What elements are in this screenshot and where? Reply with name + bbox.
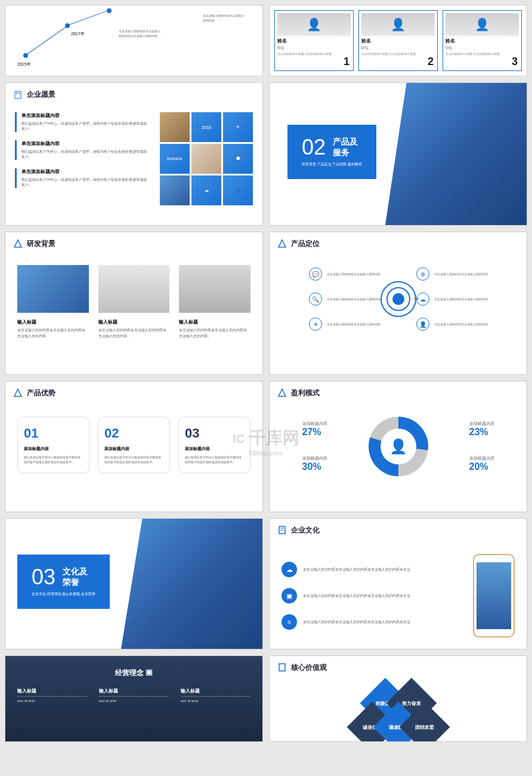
pos-item: ☁点击这输入您的内容点击这输入您的内容 <box>416 292 521 306</box>
pos-item: 点击这输入您的内容点击这输入您的内容💬 <box>276 267 381 281</box>
rd-image <box>179 265 250 313</box>
slide-values: 核心价值观 积极进取 努力奋发 诚信务实 谦虚静敏 团结友爱 <box>269 655 527 742</box>
timeline-desc: 点击这输入您的内容点击这输入您的内容 <box>203 14 245 23</box>
bookmark-icon: ▣ <box>282 588 297 603</box>
slide-timeline: 2015年 2017年 点击这输入您的内容点击这输入您的内容点击这输入您的内容 … <box>5 5 263 76</box>
team-name: 姓名 <box>277 38 351 44</box>
team-num: 1 <box>344 56 349 68</box>
culture-item: ☁点击这输入您的内容点击这输入您的内容点击这输入您的内容点击这 <box>282 562 461 577</box>
building-image <box>385 83 527 225</box>
section-box: 03 文化及荣誉 企业文化 经营理念 核心价值观 企业荣誉 <box>17 555 110 609</box>
pos-item: 点击这输入您的内容点击这输入您的内容✈ <box>276 318 381 331</box>
profit-label: 添加标题内容27% <box>302 421 327 438</box>
slide-title: 企业文化 <box>291 525 320 535</box>
chat-icon: 💬 <box>309 267 322 281</box>
team-num: 2 <box>428 56 434 68</box>
section-box: 02 产品及服务 研发背景 产品定位 产品优势 盈利模式 <box>287 125 376 179</box>
profit-label: 添加标题内容23% <box>469 421 494 438</box>
target-icon: → <box>381 281 416 317</box>
phil-col: 输入标题etror sit amet <box>99 688 169 704</box>
document-icon <box>277 525 287 535</box>
avatar: 👤 <box>446 13 519 36</box>
section-sub: 企业文化 经营理念 核心价值观 企业荣誉 <box>32 592 95 597</box>
culture-item: ≡点击这输入您的内容点击这输入您的内容点击这输入您的内容点击这 <box>282 614 461 630</box>
rd-col: 输入标题 点击这输入您的内容点击这输入您的内容点击这输入您的内容。 <box>17 265 89 339</box>
vision-item: 单击添加标题内容 我们坚持以客户为中心，快速响应客户需求，持续为客户创造长期价值… <box>15 112 148 132</box>
list-icon: ≡ <box>282 614 297 630</box>
rd-col: 输入标题 点击这输入您的内容点击这输入您的内容点击这输入您的内容。 <box>98 265 170 339</box>
plane-icon: ✈ <box>309 318 322 331</box>
vision-grid: 2018✈ BUSINESS💬 ☁👤 <box>160 112 253 205</box>
triangle-icon <box>277 387 287 398</box>
slide-title: 产品优势 <box>27 388 55 398</box>
svg-rect-1 <box>16 93 17 94</box>
slide-title: 研发背景 <box>27 239 55 249</box>
team-name: 姓名 <box>361 38 435 44</box>
triangle-icon <box>13 238 23 249</box>
adv-card: 02 添加标题内容 我们坚持以客户为中心快速响应客户需求持续为客户创造长期价值进… <box>98 417 170 473</box>
slide-title: 核心价值观 <box>291 663 327 673</box>
vision-item: 单击添加标题内容 我们坚持以客户为中心，快速响应客户需求，持续为客户创造长期价值… <box>15 168 148 188</box>
phil-col: 输入标题etror sit amet <box>181 688 250 704</box>
culture-item: ▣点击这输入您的内容点击这输入您的内容点击这输入您的内容点击这 <box>282 588 461 603</box>
team-card: 👤 姓名 职位 点击此处添加小标题 点击此处添加小标题 1 <box>274 10 354 71</box>
document-icon <box>277 662 287 673</box>
triangle-icon <box>277 238 287 249</box>
team-role: 职位 <box>446 45 519 51</box>
team-role: 职位 <box>361 45 435 51</box>
search-icon: 🔍 <box>309 292 322 306</box>
avatar: 👤 <box>277 13 351 36</box>
year-label: 2017年 <box>71 31 85 37</box>
cloud-icon: ☁ <box>282 562 297 577</box>
team-card: 👤 姓名 职位 点击此处添加小标题 点击此处添加小标题 2 <box>358 10 438 71</box>
document-icon: ▣ <box>146 669 153 677</box>
svg-rect-6 <box>279 664 285 671</box>
team-role: 职位 <box>277 45 351 51</box>
team-desc: 点击此处添加小标题 点击此处添加小标题 <box>277 52 351 56</box>
phil-col: 输入标题etror sit amet <box>17 688 87 704</box>
slide-title: 产品定位 <box>291 239 320 249</box>
slide-title: 盈利模式 <box>291 388 320 398</box>
compass-icon: ⊕ <box>416 267 429 281</box>
slide-advantages: 产品优势 01 添加标题内容 我们坚持以客户为中心快速响应客户需求持续为客户创造… <box>5 381 263 512</box>
svg-rect-2 <box>18 93 20 94</box>
pos-item: 👤点击这输入您的内容点击这输入您的内容 <box>416 318 521 331</box>
team-num: 3 <box>512 56 518 68</box>
building-image <box>121 519 262 649</box>
donut-chart: 👤 <box>369 417 428 476</box>
adv-card: 01 添加标题内容 我们坚持以客户为中心快速响应客户需求持续为客户创造长期价值进… <box>17 417 89 473</box>
year-label: 2015年 <box>17 61 31 67</box>
slide-philosophy: 经营理念 ▣ 输入标题etror sit amet 输入标题etror sit … <box>5 655 263 742</box>
building-icon <box>13 89 23 100</box>
section-num: 03 <box>32 566 55 588</box>
slide-culture: 企业文化 ☁点击这输入您的内容点击这输入您的内容点击这输入您的内容点击这 ▣点击… <box>269 518 527 649</box>
vision-item: 单击添加标题内容 我们坚持以客户为中心，快速响应客户需求，持续为客户创造长期价值… <box>15 140 148 160</box>
slide-section-03: 03 文化及荣誉 企业文化 经营理念 核心价值观 企业荣誉 <box>5 518 263 649</box>
rd-image <box>17 265 89 313</box>
profit-label: 添加标题内容20% <box>469 455 494 472</box>
rd-image <box>98 265 170 313</box>
profit-label: 添加标题内容30% <box>302 455 327 472</box>
section-sub: 研发背景 产品定位 产品优势 盈利模式 <box>302 162 362 167</box>
slide-positioning: 产品定位 点击这输入您的内容点击这输入您的内容💬 点击这输入您的内容点击这输入您… <box>269 232 527 375</box>
phone-mockup <box>473 554 515 638</box>
slide-title: 企业愿景 <box>27 90 55 100</box>
team-card: 👤 姓名 职位 点击此处添加小标题 点击此处添加小标题 3 <box>443 10 522 71</box>
slide-team: 👤 姓名 职位 点击此处添加小标题 点击此处添加小标题 1 👤 姓名 职位 点击… <box>269 5 527 76</box>
person-icon: 👤 <box>389 438 407 455</box>
timeline-desc: 点击这输入您的内容点击这输入您的内容点击这输入您的内容 <box>119 29 160 38</box>
adv-card: 03 添加标题内容 我们坚持以客户为中心快速响应客户需求持续为客户创造长期价值进… <box>178 417 250 473</box>
avatar: 👤 <box>361 13 435 36</box>
pos-item: 点击这输入您的内容点击这输入您的内容🔍 <box>276 292 381 306</box>
pos-item: ⊕点击这输入您的内容点击这输入您的内容 <box>416 267 521 281</box>
user-icon: 👤 <box>416 318 429 331</box>
section-num: 02 <box>302 137 326 158</box>
svg-rect-0 <box>15 91 21 98</box>
triangle-icon <box>13 387 23 398</box>
team-name: 姓名 <box>446 38 519 44</box>
team-desc: 点击此处添加小标题 点击此处添加小标题 <box>446 52 519 56</box>
slide-rd: 研发背景 输入标题 点击这输入您的内容点击这输入您的内容点击这输入您的内容。 输… <box>5 232 263 375</box>
slide-title: 经营理念 ▣ <box>17 668 250 678</box>
slide-profit: 盈利模式 添加标题内容27% 添加标题内容30% 👤 添加标题内容23% 添加标… <box>269 381 527 512</box>
slide-section-02: 02 产品及服务 研发背景 产品定位 产品优势 盈利模式 <box>269 82 527 226</box>
